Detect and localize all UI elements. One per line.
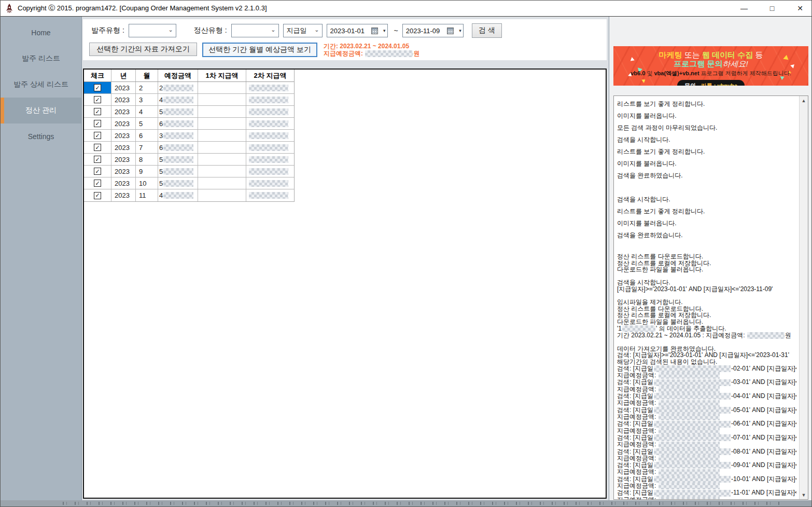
date-type-select[interactable]: 지급일 ⌄ (283, 24, 323, 37)
titlebar: Copyright ⓒ 2015. program1472. [Coupang … (1, 1, 811, 17)
log-line: 검색을 시작합니다. (617, 279, 796, 286)
fetch-period-data-button[interactable]: 선택한 기간의 자료 가져오기 (89, 43, 197, 56)
log-line: 검색: [지급일-04-01' AND [지급일자]<='2023-04-30' (617, 393, 796, 400)
checkbox-cell[interactable]: ✓ (84, 130, 111, 141)
scroll-down-icon[interactable]: ▼ (800, 490, 808, 499)
minimize-button[interactable]: — (740, 4, 748, 12)
checkbox-cell[interactable]: ✓ (84, 189, 111, 201)
checkbox-cell[interactable]: ✓ (84, 154, 111, 165)
row-checkbox[interactable]: ✓ (94, 132, 101, 139)
chevron-down-icon: ▾ (383, 28, 386, 33)
redacted-amount (249, 120, 288, 127)
settlement-table-panel: 체크년월예정금액1차 지급액2차 지급액✓202322✓202334✓20234… (83, 68, 607, 499)
log-line: 정산 리스트를 다운로드합니다. (617, 306, 796, 312)
row-checkbox[interactable]: ✓ (94, 96, 101, 103)
sidebar-item-home[interactable]: Home (1, 20, 81, 46)
checkbox-cell[interactable]: ✓ (84, 142, 111, 153)
redacted-amount (163, 168, 193, 175)
redacted-text (654, 379, 731, 386)
order-type-select[interactable]: ⌄ (129, 24, 176, 37)
log-line: 검색: [지급일-11-01' AND [지급일자]<='2023-11-30' (617, 489, 796, 496)
log-scrollbar[interactable]: ▲ ▼ (799, 96, 808, 499)
amount-text: 지급예정금액: 원 (324, 50, 419, 57)
first-payment-cell (198, 189, 246, 201)
expected-amount-cell: 5 (158, 154, 198, 165)
log-line: 검색: [지급일-06-01' AND [지급일자]<='2023-06-30' (617, 420, 796, 427)
log-line: 지급예정금액: (617, 441, 796, 448)
log-line: [지급일자]>='2023-01-01' AND [지급일자]<='2023-1… (617, 286, 796, 293)
redacted-amount (163, 108, 193, 115)
panel-gap (83, 60, 607, 68)
search-button[interactable]: 검 색 (472, 23, 502, 38)
sidebar-item-label: 발주 상세 리스트 (13, 80, 68, 89)
sidebar-item-settings[interactable]: Settings (1, 124, 81, 149)
checkbox-cell[interactable]: ✓ (84, 118, 111, 129)
table-row: ✓202363 (84, 130, 294, 142)
log-line: 정산 리스트를 로컬에 저장합니다. (617, 312, 796, 319)
redacted-text (659, 386, 720, 393)
row-checkbox[interactable]: ✓ (94, 156, 101, 163)
header-cell: 예정금액 (158, 70, 198, 81)
table-row: ✓202385 (84, 154, 294, 166)
kakao-contact-pill[interactable]: 문의 - 카톡 : vbnvba (677, 80, 745, 86)
redacted-amount (249, 168, 288, 175)
year-cell: 2023 (111, 189, 136, 201)
log-line: 해당기간의 검색된 내용이 없습니다. (617, 359, 796, 365)
checkbox-cell[interactable]: ✓ (84, 82, 111, 93)
log-line: 이미지를 불러옵니다. (617, 217, 796, 229)
log-box[interactable]: 리스트를 보기 좋게 정리합니다.이미지를 불러옵니다.모든 검색 과정이 마무… (613, 95, 808, 500)
row-checkbox[interactable]: ✓ (94, 120, 101, 127)
year-cell: 2023 (111, 118, 136, 129)
sidebar-item-label: Settings (28, 132, 54, 141)
settlement-grid: 체크년월예정금액1차 지급액2차 지급액✓202322✓202334✓20234… (84, 70, 295, 202)
row-checkbox[interactable]: ✓ (94, 168, 101, 175)
date-to-picker[interactable]: 2023-11-09 ▾ (402, 24, 464, 37)
row-checkbox[interactable]: ✓ (94, 108, 101, 115)
first-payment-cell (198, 106, 246, 117)
year-cell: 2023 (111, 177, 136, 189)
log-line: 검색: [지급일-03-01' AND [지급일자]<='2023-03-31' (617, 379, 796, 386)
row-checkbox[interactable]: ✓ (94, 84, 101, 91)
second-payment-cell (246, 166, 294, 177)
redacted-amount (163, 180, 193, 187)
redacted-text (659, 428, 720, 434)
redacted-amount (249, 192, 288, 199)
expected-amount-cell: 6 (158, 118, 198, 129)
ad-banner[interactable]: 마케팅 또는 웹 데이터 수집 등 프로그램 문의하세요! vb6.0 및 vb… (613, 46, 808, 86)
redacted-text (659, 442, 720, 448)
close-button[interactable]: ✕ (796, 4, 804, 12)
checkbox-cell[interactable]: ✓ (84, 166, 111, 177)
month-cell: 11 (136, 189, 158, 201)
log-line: 검색: [지급일자]>='2023-01-01' AND [지급일자]<='20… (617, 352, 796, 359)
expected-amount-cell: 3 (158, 130, 198, 141)
active-accent-bar (1, 98, 4, 124)
row-checkbox[interactable]: ✓ (94, 144, 101, 151)
checkbox-cell[interactable]: ✓ (84, 94, 111, 105)
log-line: 리스트를 보기 좋게 정리합니다. (617, 98, 796, 110)
first-payment-cell (198, 118, 246, 129)
table-header-row: 체크년월예정금액1차 지급액2차 지급액 (84, 70, 294, 82)
log-line: 기간 2023.02.21 ~ 2024.01.05 : 지급예정금액: 원 (617, 332, 796, 339)
row-checkbox[interactable]: ✓ (94, 180, 101, 187)
redacted-text (654, 421, 731, 428)
sidebar-item-label: 발주 리스트 (22, 54, 60, 63)
sidebar-item-label: 정산 관리 (25, 106, 57, 115)
table-row: ✓202345 (84, 106, 294, 118)
checkbox-cell[interactable]: ✓ (84, 177, 111, 189)
app-icon (5, 3, 14, 13)
maximize-button[interactable]: □ (768, 4, 776, 12)
row-checkbox[interactable]: ✓ (94, 192, 101, 199)
date-from-picker[interactable]: 2023-01-01 ▾ (327, 24, 388, 37)
sidebar-item-order-detail-list[interactable]: 발주 상세 리스트 (1, 72, 81, 98)
filter-row: 발주유형 : ⌄ 정산유형 : ⌄ 지급일 ⌄ 202 (89, 23, 607, 38)
checkbox-cell[interactable]: ✓ (84, 106, 111, 117)
settle-type-select[interactable]: ⌄ (231, 24, 279, 37)
monthly-estimate-button[interactable]: 선택한 기간 월별 예상금액 보기 (202, 43, 317, 57)
log-line (617, 241, 796, 253)
log-line: 이미지를 불러옵니다. (617, 158, 796, 170)
log-line: 검색을 시작합니다. (617, 134, 796, 146)
sidebar-item-order-list[interactable]: 발주 리스트 (1, 46, 81, 72)
scroll-up-icon[interactable]: ▲ (800, 96, 808, 105)
sidebar-item-settlement[interactable]: 정산 관리 (1, 98, 81, 124)
month-cell: 4 (136, 106, 158, 117)
